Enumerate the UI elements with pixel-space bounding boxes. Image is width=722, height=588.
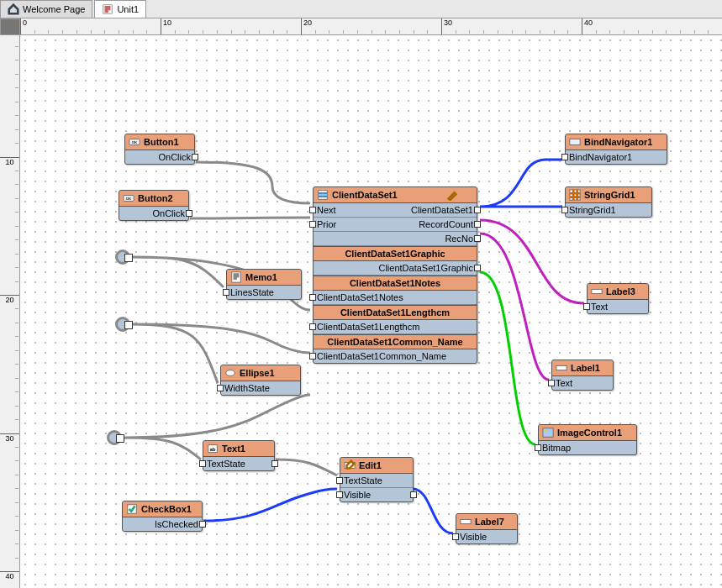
port-label: Prior	[317, 219, 336, 229]
svg-point-15	[545, 430, 547, 433]
input-port[interactable]	[561, 207, 568, 213]
section-title: ClientDataSet1Graphic	[345, 249, 445, 259]
ellipse-icon	[224, 367, 236, 379]
port-label: IsChecked	[155, 519, 198, 529]
source-node[interactable]	[107, 430, 122, 445]
node-title: Ellipse1	[240, 368, 275, 378]
node-title: Edit1	[359, 460, 382, 470]
app-root: Welcome Page Unit1 010203040 01020304050	[0, 0, 722, 588]
input-port[interactable]	[583, 303, 590, 310]
node-title: Label3	[606, 286, 635, 297]
output-port[interactable]	[410, 491, 417, 498]
input-port[interactable]	[217, 385, 224, 391]
input-port[interactable]	[309, 353, 316, 360]
svg-rect-11	[461, 519, 471, 523]
port-label: RecNo	[445, 234, 473, 244]
svg-rect-12	[556, 365, 567, 370]
tab-unit1[interactable]: Unit1	[94, 0, 146, 18]
nav-icon	[569, 136, 581, 148]
button-icon: OK	[129, 136, 140, 148]
port-label: ClientDataSet1Lengthcm	[317, 322, 419, 332]
svg-rect-13	[592, 289, 602, 293]
tab-label: Unit1	[117, 4, 139, 14]
svg-rect-16	[570, 190, 580, 200]
node-stringgrid1[interactable]: StringGrid1 StringGrid1	[565, 186, 652, 218]
node-bindnavigator1[interactable]: BindNavigator1 BindNavigator1	[565, 134, 667, 165]
source-node[interactable]	[115, 249, 130, 265]
output-port[interactable]	[186, 210, 192, 217]
input-port[interactable]	[199, 460, 206, 467]
node-ellipse1[interactable]: Ellipse1 WidthState	[220, 365, 301, 396]
label-icon	[460, 516, 472, 528]
node-button2[interactable]: OKButton2 OnClick	[119, 190, 189, 221]
port-label: ClientDataSet1	[411, 205, 473, 215]
input-port[interactable]	[336, 477, 343, 484]
node-title: Button1	[144, 137, 179, 147]
input-port[interactable]	[535, 444, 541, 451]
label-icon	[556, 362, 567, 374]
input-port[interactable]	[223, 289, 229, 296]
port-label: BindNavigator1	[569, 152, 632, 162]
input-port[interactable]	[309, 207, 316, 213]
dropdown-icon[interactable]	[461, 189, 473, 201]
magic-icon[interactable]	[446, 189, 458, 201]
input-port[interactable]	[452, 533, 459, 540]
output-port[interactable]	[474, 221, 481, 228]
input-port[interactable]	[548, 380, 555, 386]
svg-point-6	[226, 370, 235, 376]
svg-text:OK: OK	[132, 140, 138, 144]
node-label7[interactable]: Label7 Visible	[456, 513, 518, 544]
node-title: Memo1	[245, 272, 277, 282]
svg-text:OK: OK	[126, 197, 132, 201]
node-checkbox1[interactable]: CheckBox1 IsChecked	[122, 501, 203, 532]
port-label: Bitmap	[542, 443, 571, 453]
section-title: ClientDataSet1Notes	[350, 278, 440, 288]
tab-label: Welcome Page	[23, 4, 85, 14]
input-port[interactable]	[336, 491, 343, 498]
port-label: ClientDataSet1Common_Name	[317, 351, 446, 361]
node-clientdataset1[interactable]: ClientDataSet1 NextClientDataSet1 PriorR…	[313, 186, 477, 364]
label-icon	[591, 286, 603, 297]
node-title: Label1	[571, 363, 600, 373]
port-label: TextState	[207, 459, 245, 469]
port-label: OnClick	[152, 208, 185, 218]
port-label: LinesState	[230, 287, 274, 297]
output-port[interactable]	[199, 521, 206, 528]
output-port[interactable]	[192, 154, 198, 160]
horizontal-ruler: 01020304050	[20, 18, 722, 35]
port-label: Visible	[344, 490, 371, 500]
node-title: BindNavigator1	[584, 137, 652, 147]
input-port[interactable]	[309, 323, 316, 330]
svg-rect-18	[319, 191, 328, 200]
node-label3[interactable]: Label3 Text	[587, 283, 649, 314]
node-title: StringGrid1	[584, 190, 635, 200]
node-title: ClientDataSet1	[332, 190, 398, 200]
home-icon	[8, 3, 19, 15]
source-node[interactable]	[115, 317, 130, 332]
section-title: ClientDataSet1Common_Name	[327, 337, 462, 347]
tab-welcome[interactable]: Welcome Page	[0, 0, 92, 18]
port-label: Next	[317, 205, 336, 215]
button-icon: OK	[123, 192, 134, 204]
node-imagecontrol1[interactable]: ImageControl1 Bitmap	[538, 424, 637, 455]
text-icon: ab	[207, 443, 219, 454]
input-port[interactable]	[309, 221, 316, 228]
node-label1[interactable]: Label1 Text	[551, 360, 614, 391]
output-port[interactable]	[474, 265, 481, 271]
vertical-ruler: 010203040	[0, 18, 20, 588]
node-memo1[interactable]: Memo1 LinesState	[226, 269, 302, 300]
output-port[interactable]	[271, 460, 278, 467]
section-title: ClientDataSet1Lengthcm	[340, 307, 450, 318]
unit-icon	[102, 3, 113, 15]
node-text1[interactable]: abText1 TextState	[203, 440, 275, 471]
svg-rect-17	[570, 139, 580, 145]
node-edit1[interactable]: Edit1 TextState Visible	[340, 457, 414, 502]
output-port[interactable]	[474, 235, 481, 242]
input-port[interactable]	[309, 294, 316, 301]
output-port[interactable]	[474, 207, 481, 213]
design-canvas[interactable]: OKButton1 OnClick OKButton2 OnClick Memo…	[20, 35, 722, 588]
node-title: CheckBox1	[141, 504, 192, 514]
node-button1[interactable]: OKButton1 OnClick	[124, 134, 195, 165]
port-label: ClientDataSet1Graphic	[378, 263, 473, 273]
input-port[interactable]	[561, 154, 568, 160]
